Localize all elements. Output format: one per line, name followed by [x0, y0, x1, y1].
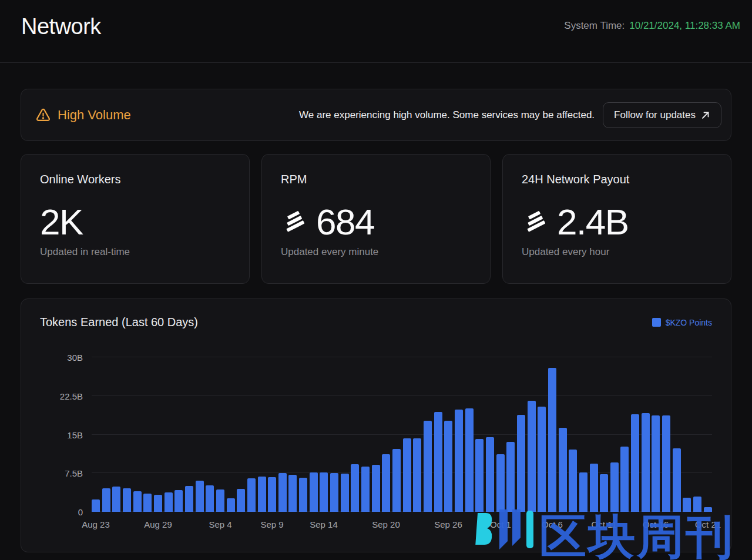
chart-bar[interactable]	[455, 410, 463, 512]
chart-bar[interactable]	[123, 488, 131, 512]
chart-bar[interactable]	[465, 408, 474, 512]
stat-value: 2K	[40, 204, 83, 240]
chart-bar[interactable]	[631, 414, 639, 512]
chart-bar[interactable]	[403, 438, 411, 512]
stats-row: Online Workers 2K Updated in real-time R…	[21, 154, 731, 284]
y-axis-tick-label: 22.5B	[60, 391, 83, 401]
chart-bar[interactable]	[590, 464, 598, 512]
legend-kzo-points[interactable]: $KZO Points	[652, 318, 712, 327]
banner-title: High Volume	[58, 108, 131, 123]
chart-y-axis: 07.5B15B22.5B30B	[40, 357, 83, 512]
chart-plot-wrap: Aug 23Aug 29Sep 4Sep 9Sep 14Sep 20Sep 26…	[92, 357, 712, 534]
chart-bar[interactable]	[673, 448, 681, 512]
follow-for-updates-label: Follow for updates	[614, 109, 696, 121]
legend-swatch	[652, 318, 661, 327]
stat-title: 24H Network Payout	[522, 173, 712, 186]
chart-bar[interactable]	[320, 472, 328, 512]
gridline	[92, 434, 712, 435]
y-axis-tick-label: 30B	[67, 353, 83, 363]
chart-bar[interactable]	[548, 368, 556, 512]
chart-bar[interactable]	[92, 499, 100, 512]
stat-card-rpm: RPM 684 Updated every minute	[261, 154, 491, 284]
x-axis-tick-label: Oct 21	[695, 519, 721, 529]
chart-header: Tokens Earned (Last 60 Days) $KZO Points	[40, 316, 712, 329]
chart-bar[interactable]	[683, 498, 691, 512]
chart-bar[interactable]	[278, 473, 287, 512]
chart-bar[interactable]	[268, 477, 276, 512]
chart-bar[interactable]	[154, 495, 162, 512]
chart-bar[interactable]	[413, 438, 421, 512]
chart-bar[interactable]	[112, 487, 120, 512]
chart-bar[interactable]	[143, 494, 152, 512]
chart-bar[interactable]	[392, 449, 401, 512]
y-axis-tick-label: 15B	[67, 430, 83, 440]
x-axis-tick-label: Sep 4	[209, 519, 231, 529]
banner-title-group: High Volume	[35, 108, 131, 123]
chart-bar[interactable]	[206, 485, 214, 512]
x-axis-tick-label: Aug 23	[82, 519, 110, 529]
chart-bar[interactable]	[652, 415, 660, 512]
follow-for-updates-button[interactable]: Follow for updates	[603, 102, 721, 128]
chart-bar[interactable]	[361, 467, 370, 512]
app-header: Network System Time: 10/21/2024, 11:28:3…	[0, 0, 752, 63]
chart-bar[interactable]	[164, 492, 173, 512]
chart-bar[interactable]	[341, 474, 349, 512]
chart-bar[interactable]	[517, 415, 525, 512]
chart-bar[interactable]	[351, 464, 359, 512]
chart-bar[interactable]	[559, 428, 567, 512]
chart-bar[interactable]	[310, 472, 318, 512]
chart-bar[interactable]	[486, 437, 494, 512]
chart-bar[interactable]	[299, 478, 307, 512]
y-axis-tick-label: 0	[78, 507, 83, 517]
chart-bar[interactable]	[133, 491, 142, 512]
chart-bar[interactable]	[538, 407, 546, 512]
chart-bar[interactable]	[196, 481, 204, 512]
chart-bar[interactable]	[693, 497, 701, 512]
stat-title: RPM	[281, 173, 471, 186]
chart-bar[interactable]	[247, 478, 256, 512]
stat-value: 684	[316, 204, 374, 240]
x-axis-tick-label: Sep 26	[434, 519, 462, 529]
chart-bar[interactable]	[382, 454, 390, 512]
chart-bar[interactable]	[102, 488, 110, 512]
chart-bar[interactable]	[528, 401, 536, 512]
main-content: High Volume We are experiencing high vol…	[0, 89, 752, 552]
chart-bar[interactable]	[662, 415, 670, 512]
chart-x-axis: Aug 23Aug 29Sep 4Sep 9Sep 14Sep 20Sep 26…	[92, 519, 712, 534]
kuzco-stripes-icon	[281, 209, 307, 235]
chart-bar[interactable]	[600, 474, 608, 512]
chart-bar[interactable]	[610, 462, 619, 512]
stat-title: Online Workers	[40, 173, 230, 186]
gridline	[92, 472, 712, 473]
chart-bar[interactable]	[642, 413, 650, 512]
chart-bar[interactable]	[330, 473, 338, 512]
high-volume-banner: High Volume We are experiencing high vol…	[21, 89, 731, 141]
chart-bar[interactable]	[569, 450, 577, 512]
chart-bar[interactable]	[237, 489, 245, 512]
chart-bar[interactable]	[434, 412, 442, 512]
chart-bar[interactable]	[174, 490, 183, 512]
chart-bar[interactable]	[372, 465, 380, 512]
external-link-arrow-icon	[701, 110, 710, 120]
stat-subtitle: Updated every hour	[522, 246, 712, 258]
banner-message: We are experiencing high volume. Some se…	[299, 109, 595, 121]
chart-bar[interactable]	[704, 507, 712, 512]
chart-bar[interactable]	[444, 421, 452, 512]
chart-bar[interactable]	[185, 486, 193, 512]
system-time-label: System Time:	[564, 20, 625, 32]
chart-bar[interactable]	[496, 454, 505, 512]
chart-bar[interactable]	[579, 472, 588, 512]
chart-bar[interactable]	[506, 442, 515, 512]
chart-bar[interactable]	[620, 447, 629, 512]
x-axis-tick-label: Oct 6	[542, 519, 563, 529]
chart-bar[interactable]	[424, 421, 432, 512]
chart-bar[interactable]	[258, 477, 266, 512]
stat-subtitle: Updated every minute	[281, 246, 471, 258]
chart-bar[interactable]	[216, 489, 224, 512]
x-axis-tick-label: Sep 14	[310, 519, 338, 529]
chart-bar[interactable]	[227, 498, 235, 512]
tokens-earned-chart-card: Tokens Earned (Last 60 Days) $KZO Points…	[21, 299, 731, 552]
chart-bar[interactable]	[475, 439, 484, 512]
legend-label: $KZO Points	[666, 318, 712, 327]
chart-bar[interactable]	[288, 475, 297, 512]
